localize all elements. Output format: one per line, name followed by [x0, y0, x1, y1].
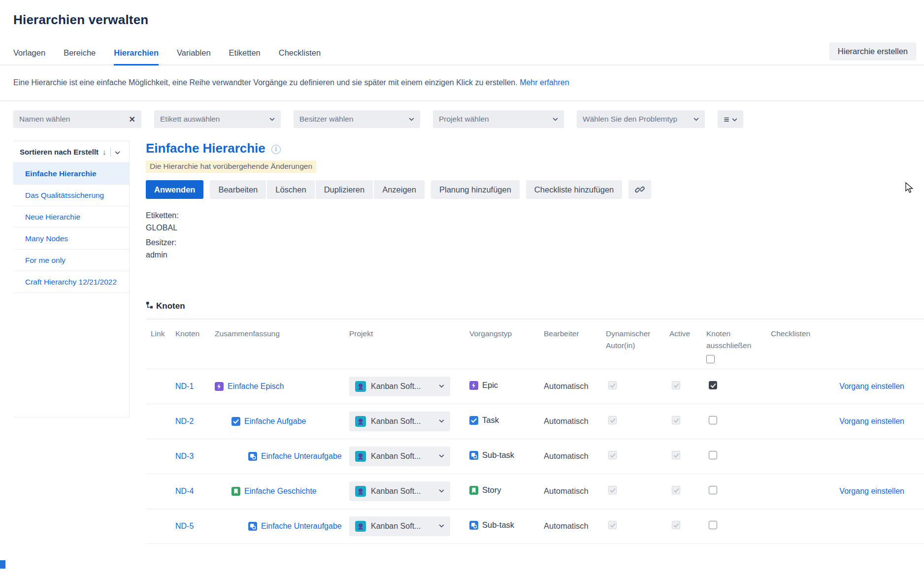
- node-summary-link[interactable]: Einfache Unteraufgabe: [261, 452, 342, 460]
- tab-bar: VorlagenBereicheHierarchienVariablenEtik…: [0, 48, 924, 65]
- exclude-node-checkbox[interactable]: [709, 521, 717, 529]
- hierarchy-sidebar: Sortieren nach Erstellt ↓ Einfache Hiera…: [13, 141, 130, 417]
- project-filter-select[interactable]: Projekt wählen: [433, 110, 564, 128]
- exclude-node-checkbox[interactable]: [709, 416, 717, 424]
- project-avatar: [355, 416, 366, 427]
- issue-type-label: Story: [482, 485, 501, 495]
- checkliste-hinzufügen-button[interactable]: Checkliste hinzufügen: [526, 180, 622, 199]
- project-select[interactable]: Kanban Soft...: [349, 447, 450, 466]
- assignee-value: Automatisch: [544, 509, 606, 543]
- project-select[interactable]: Kanban Soft...: [349, 377, 450, 396]
- node-summary-link[interactable]: Einfache Aufgabe: [244, 417, 306, 425]
- bearbeiten-button[interactable]: Bearbeiten: [210, 180, 266, 199]
- exclude-node-checkbox[interactable]: [709, 486, 717, 494]
- copy-link-button[interactable]: [628, 180, 651, 199]
- owner-filter-select[interactable]: Besitzer wählen: [294, 110, 420, 128]
- issuetype-filter-select[interactable]: Wählen Sie den Problemtyp: [577, 110, 705, 128]
- active-checkbox: [672, 451, 680, 459]
- project-avatar: [355, 381, 366, 392]
- label-filter-select[interactable]: Etikett auswählen: [154, 110, 281, 128]
- notice-banner: Die Hierarchie hat vorübergehende Änderu…: [146, 160, 316, 173]
- exclude-all-checkbox[interactable]: [706, 355, 715, 363]
- hamburger-icon: ≡: [724, 115, 729, 124]
- anwenden-button[interactable]: Anwenden: [146, 180, 203, 199]
- tab-etiketten[interactable]: Etiketten: [229, 48, 261, 65]
- sidebar-item-hierarchy[interactable]: Einfache Hierarchie: [13, 163, 129, 185]
- create-hierarchy-button[interactable]: Hierarchie erstellen: [829, 42, 916, 61]
- sidebar-item-hierarchy[interactable]: Neue Hierarchie: [13, 206, 129, 228]
- tab-checklisten[interactable]: Checklisten: [279, 48, 321, 65]
- active-checkbox: [672, 416, 680, 424]
- set-issue-checklist-link[interactable]: Vorgang einstellen: [839, 487, 904, 495]
- sidebar-item-hierarchy[interactable]: Das Qualitätssicherung: [13, 185, 129, 206]
- col-node-header: Knoten: [175, 319, 215, 369]
- filter-menu-button[interactable]: ≡: [718, 110, 743, 128]
- node-row-ND-1: ND-1Einfache EpischKanban Soft...EpicAut…: [146, 369, 924, 404]
- set-issue-checklist-link[interactable]: Vorgang einstellen: [839, 417, 904, 425]
- node-summary-link[interactable]: Einfache Episch: [228, 382, 284, 390]
- col-summary-header: Zusammenfassung: [215, 319, 349, 369]
- clear-icon[interactable]: ✕: [129, 115, 135, 124]
- name-filter-input[interactable]: Namen wählen ✕: [13, 110, 141, 128]
- task-icon: [231, 417, 240, 426]
- project-select[interactable]: Kanban Soft...: [349, 481, 450, 501]
- intro-description: Eine Hierarchie ist eine einfache Möglic…: [13, 78, 518, 87]
- sort-header[interactable]: Sortieren nach Erstellt ↓: [13, 141, 129, 163]
- chevron-down-icon[interactable]: [115, 148, 120, 156]
- hierarchy-link[interactable]: For me only: [25, 256, 66, 265]
- hierarchy-link[interactable]: Neue Hierarchie: [25, 213, 80, 222]
- subtask-icon: [248, 452, 257, 461]
- project-select-value: Kanban Soft...: [371, 487, 434, 496]
- node-key-link[interactable]: ND-2: [175, 417, 194, 425]
- anzeigen-button[interactable]: Anzeigen: [374, 180, 425, 199]
- hierarchy-link[interactable]: Craft Hierarchy 12/21/2022: [25, 278, 117, 287]
- select-placeholder: Projekt wählen: [439, 115, 489, 124]
- project-select[interactable]: Kanban Soft...: [349, 412, 450, 431]
- intro-text: Eine Hierarchie ist eine einfache Möglic…: [0, 65, 924, 101]
- learn-more-link[interactable]: Mehr erfahren: [520, 78, 569, 87]
- hierarchy-link[interactable]: Das Qualitätssicherung: [25, 191, 104, 200]
- col-assignee-header: Bearbeiter: [544, 319, 606, 369]
- link-cell: [146, 474, 175, 509]
- tab-bereiche[interactable]: Bereiche: [64, 48, 96, 65]
- node-key-link[interactable]: ND-5: [175, 522, 194, 530]
- epic-icon: [215, 382, 224, 391]
- hierarchy-link[interactable]: Many Nodes: [25, 234, 68, 243]
- select-placeholder: Wählen Sie den Problemtyp: [583, 115, 677, 124]
- node-summary-link[interactable]: Einfache Unteraufgabe: [261, 522, 342, 530]
- labels-caption: Etiketten:: [146, 209, 924, 222]
- tab-vorlagen[interactable]: Vorlagen: [13, 48, 45, 65]
- sidebar-item-hierarchy[interactable]: Craft Hierarchy 12/21/2022: [13, 271, 129, 293]
- set-issue-checklist-link[interactable]: Vorgang einstellen: [839, 382, 904, 390]
- node-row-ND-4: ND-4Einfache GeschichteKanban Soft...Sto…: [146, 474, 924, 509]
- link-cell: [146, 404, 175, 439]
- link-cell: [146, 509, 175, 543]
- dynamic-author-checkbox: [608, 416, 617, 424]
- node-summary-link[interactable]: Einfache Geschichte: [244, 487, 317, 495]
- node-key-link[interactable]: ND-1: [175, 382, 194, 390]
- sidebar-item-hierarchy[interactable]: For me only: [13, 250, 129, 271]
- tab-variablen[interactable]: Variablen: [177, 48, 211, 65]
- exclude-node-checkbox[interactable]: [709, 451, 717, 459]
- info-icon[interactable]: i: [271, 145, 281, 154]
- node-key-link[interactable]: ND-4: [175, 487, 194, 495]
- issue-type-label: Epic: [482, 381, 498, 390]
- löschen-button[interactable]: Löschen: [267, 180, 314, 199]
- tab-hierarchien[interactable]: Hierarchien: [114, 48, 159, 65]
- project-select-value: Kanban Soft...: [371, 382, 434, 391]
- assignee-value: Automatisch: [544, 404, 606, 439]
- sidebar-item-hierarchy[interactable]: Many Nodes: [13, 228, 129, 250]
- active-checkbox: [672, 521, 680, 529]
- exclude-node-checkbox[interactable]: [709, 381, 717, 389]
- epic-icon: [469, 381, 478, 390]
- story-icon: [469, 486, 478, 495]
- project-select[interactable]: Kanban Soft...: [349, 516, 450, 536]
- duplizieren-button[interactable]: Duplizieren: [316, 180, 373, 199]
- hierarchy-link[interactable]: Einfache Hierarchie: [25, 169, 97, 178]
- dynamic-author-checkbox: [608, 486, 617, 494]
- story-icon: [231, 487, 240, 496]
- node-key-link[interactable]: ND-3: [175, 452, 194, 460]
- corner-accent: [0, 560, 5, 569]
- col-issuetype-header: Vorgangstyp: [469, 319, 544, 369]
- planung-hinzufügen-button[interactable]: Planung hinzufügen: [431, 180, 520, 199]
